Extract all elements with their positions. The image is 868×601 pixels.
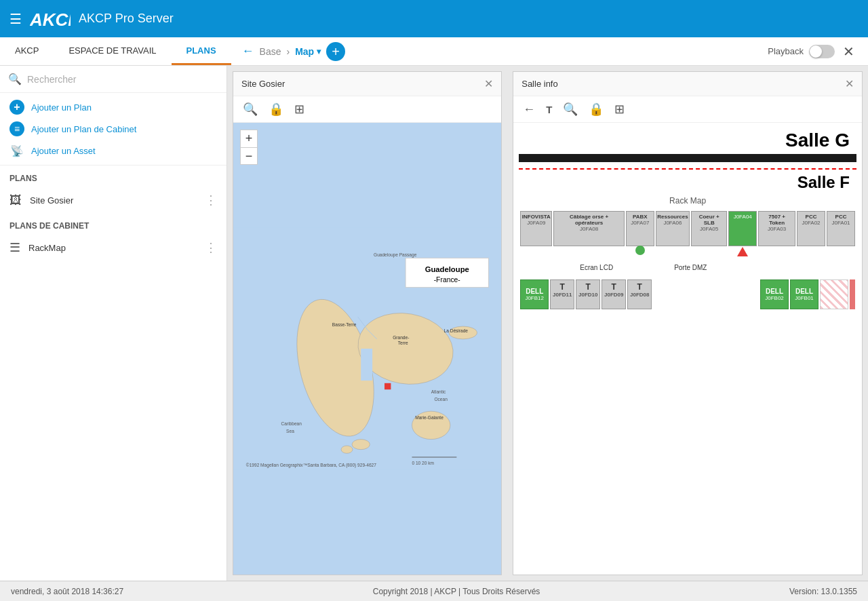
rack-cell-j0fa01[interactable]: PCC J0FA01 bbox=[827, 211, 855, 246]
salle-info-close-button[interactable]: ✕ bbox=[845, 77, 854, 90]
add-plan-icon: + bbox=[9, 100, 24, 115]
playback-label: Playback bbox=[768, 46, 804, 56]
site-gosier-map-content: + − bbox=[233, 123, 501, 575]
spacer1 bbox=[519, 163, 856, 166]
breadcrumb-back-button[interactable]: ← bbox=[242, 44, 254, 58]
search-placeholder[interactable]: Rechercher bbox=[27, 74, 76, 85]
top-nav: ☰ AKCP AKCP Pro Server bbox=[0, 0, 868, 37]
breadcrumb: ← Base › Map ▾ + bbox=[231, 37, 768, 65]
salle-info-grid-button[interactable]: ⊞ bbox=[612, 100, 627, 118]
sidebar: 🔍 Rechercher + Ajouter un Plan ≡ Ajouter… bbox=[0, 66, 227, 581]
content-area: Site Gosier ✕ 🔍 🔒 ⊞ + − bbox=[227, 66, 868, 581]
breadcrumb-current[interactable]: Map ▾ bbox=[295, 46, 321, 57]
rack-map-label: Rack Map bbox=[519, 196, 856, 206]
tab-akcp[interactable]: AKCP bbox=[0, 37, 54, 65]
breadcrumb-dropdown-icon: ▾ bbox=[317, 47, 321, 56]
add-asset-action[interactable]: 📡 Ajouter un Asset bbox=[9, 143, 217, 158]
add-asset-icon: 📡 bbox=[9, 143, 24, 158]
rackmap-label: RackMap bbox=[28, 243, 197, 253]
svg-text:Marie-Galante: Marie-Galante bbox=[415, 415, 443, 420]
svg-rect-4 bbox=[361, 349, 372, 381]
app-title: AKCP Pro Server bbox=[79, 12, 174, 26]
site-gosier-lock-button[interactable]: 🔒 bbox=[266, 100, 286, 118]
tab-espace-travail[interactable]: ESPACE DE TRAVAIL bbox=[54, 37, 171, 65]
salle-f-label: Salle F bbox=[519, 172, 856, 193]
playback-toggle[interactable] bbox=[809, 45, 835, 58]
zoom-out-button[interactable]: − bbox=[240, 147, 258, 165]
salle-info-lock-button[interactable]: 🔒 bbox=[586, 100, 606, 118]
hamburger-icon[interactable]: ☰ bbox=[9, 11, 22, 27]
salle-info-font-button[interactable]: T bbox=[543, 102, 555, 117]
dmz-indicator bbox=[737, 247, 748, 258]
salle-info-panel-title: Salle info bbox=[521, 79, 840, 89]
search-icon: 🔍 bbox=[8, 73, 22, 85]
salle-info-back-button[interactable]: ← bbox=[520, 101, 538, 118]
add-plan-label: Ajouter un Plan bbox=[31, 102, 92, 113]
tab-plans[interactable]: PLANS bbox=[172, 37, 231, 65]
rackmap-menu-icon[interactable]: ⋮ bbox=[205, 240, 217, 255]
rackmap-icon: ☰ bbox=[9, 240, 20, 255]
site-gosier-panel: Site Gosier ✕ 🔍 🔒 ⊞ + − bbox=[233, 71, 502, 575]
map-zoom-controls: + − bbox=[240, 130, 258, 165]
rack-cell-j0fd09[interactable]: T J0FD09 bbox=[601, 279, 626, 309]
sidebar-actions: + Ajouter un Plan ≡ Ajouter un Plan de C… bbox=[0, 93, 226, 166]
guadeloupe-map-svg: Guadeloupe -France- Basse-Terre Grande- … bbox=[233, 123, 501, 575]
add-asset-label: Ajouter un Asset bbox=[31, 146, 96, 156]
add-cabinet-plan-action[interactable]: ≡ Ajouter un Plan de Cabinet bbox=[9, 121, 217, 136]
sidebar-item-rackmap[interactable]: ☰ RackMap ⋮ bbox=[0, 235, 226, 260]
rack-cell-j0fb02[interactable]: DELL J0FB02 bbox=[760, 279, 789, 309]
footer-copyright: Copyright 2018 | AKCP | Tous Droits Rése… bbox=[373, 587, 540, 596]
breadcrumb-separator: › bbox=[286, 46, 290, 57]
rack-cell-j0fa09[interactable]: INFOVISTA J0FA09 bbox=[520, 211, 552, 246]
rack-cell-j0fa06[interactable]: Ressources J0FA06 bbox=[656, 211, 690, 246]
close-button[interactable]: ✕ bbox=[840, 43, 857, 60]
sidebar-search: 🔍 Rechercher bbox=[0, 66, 226, 93]
site-gosier-panel-title: Site Gosier bbox=[241, 79, 479, 89]
rack-row-1: INFOVISTA J0FA09 Câblage orse + opérateu… bbox=[519, 208, 856, 263]
rack-row-2: DELL J0FB12 T J0FD11 T J0FD10 bbox=[519, 277, 856, 312]
red-triangle-icon bbox=[737, 247, 748, 256]
annotations-row: Ecran LCD Porte DMZ bbox=[519, 263, 856, 277]
salle-info-search-button[interactable]: 🔍 bbox=[560, 100, 580, 118]
tabs-bar: AKCP ESPACE DE TRAVAIL PLANS ← Base › Ma… bbox=[0, 37, 868, 66]
site-gosier-toolbar: 🔍 🔒 ⊞ bbox=[233, 96, 501, 123]
footer-version: Version: 13.0.1355 bbox=[789, 587, 857, 596]
akcp-logo-icon: AKCP bbox=[30, 8, 71, 30]
site-gosier-search-button[interactable]: 🔍 bbox=[240, 100, 260, 118]
svg-rect-22 bbox=[384, 383, 391, 389]
rack-cell-j0fa02[interactable]: PCC J0FA02 bbox=[797, 211, 825, 246]
site-gosier-grid-button[interactable]: ⊞ bbox=[292, 100, 307, 118]
add-breadcrumb-button[interactable]: + bbox=[326, 42, 345, 61]
salle-info-toolbar: ← T 🔍 🔒 ⊞ bbox=[513, 96, 862, 123]
site-gosier-close-button[interactable]: ✕ bbox=[484, 77, 493, 90]
site-gosier-panel-header: Site Gosier ✕ bbox=[233, 72, 501, 96]
add-cabinet-icon: ≡ bbox=[9, 121, 24, 136]
rack-cell-j0fd10[interactable]: T J0FD10 bbox=[576, 279, 600, 309]
rack-cell-j0fd11[interactable]: T J0FD11 bbox=[550, 279, 574, 309]
rack-cell-j0fd08[interactable]: T J0FD08 bbox=[627, 279, 652, 309]
rack-cell-j0fb01[interactable]: DELL J0FB01 bbox=[790, 279, 818, 309]
rack-cell-j0fa04[interactable]: J0FA04 bbox=[728, 211, 757, 246]
rack-cell-j0fa03[interactable]: 7507 + Token J0FA03 bbox=[758, 211, 795, 246]
add-plan-action[interactable]: + Ajouter un Plan bbox=[9, 100, 217, 115]
rack-cell-j0fa08[interactable]: Câblage orse + opérateurs J0FA08 bbox=[553, 211, 624, 246]
rack-cell-j0fa07[interactable]: PABX J0FA07 bbox=[626, 211, 654, 246]
rack-cell-j0fb12[interactable]: DELL J0FB12 bbox=[520, 279, 549, 309]
rack-side-red-bar bbox=[850, 279, 855, 309]
black-bar bbox=[519, 154, 856, 162]
dashed-line bbox=[519, 168, 856, 170]
rack-cell-j0fa05[interactable]: Coeur + SLB J0FA05 bbox=[691, 211, 727, 246]
svg-point-6 bbox=[352, 440, 370, 450]
svg-point-7 bbox=[341, 446, 353, 453]
salle-g-label: Salle G bbox=[519, 128, 856, 153]
svg-text:Terre: Terre bbox=[398, 341, 408, 345]
site-gosier-menu-icon[interactable]: ⋮ bbox=[205, 193, 217, 208]
svg-text:AKCP: AKCP bbox=[30, 9, 71, 30]
sidebar-item-site-gosier[interactable]: 🖼 Site Gosier ⋮ bbox=[0, 187, 226, 213]
svg-text:Basse-Terre: Basse-Terre bbox=[332, 322, 357, 327]
svg-text:-France-: -France- bbox=[434, 276, 460, 284]
salle-info-content: Salle G Salle F Rack Map INFOVISTA J0FA0… bbox=[513, 123, 862, 575]
svg-text:Guadeloupe Passage: Guadeloupe Passage bbox=[374, 252, 417, 258]
zoom-in-button[interactable]: + bbox=[240, 130, 258, 147]
svg-text:Guadeloupe: Guadeloupe bbox=[425, 265, 469, 273]
